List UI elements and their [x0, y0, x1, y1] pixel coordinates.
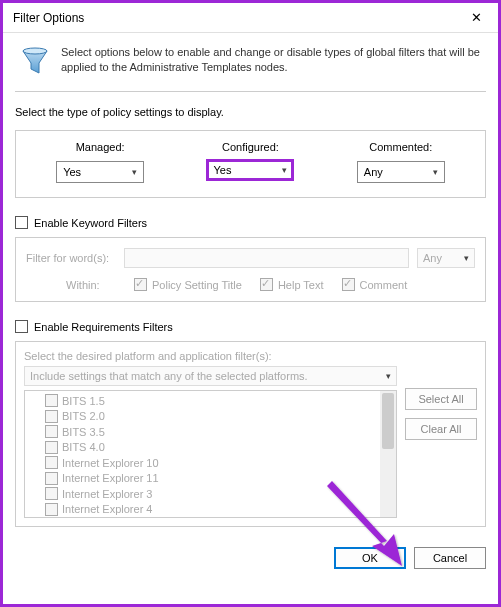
titlebar: Filter Options ✕ [3, 3, 498, 33]
list-item: Internet Explorer 10 [45, 455, 396, 471]
configured-value: Yes [213, 164, 231, 176]
ok-button[interactable]: OK [334, 547, 406, 569]
footer: OK Cancel [3, 535, 498, 581]
header-description: Select options below to enable and chang… [61, 45, 482, 75]
policy-filter-box: Managed: Yes ▾ Configured: Yes ▾ Comment… [15, 130, 486, 198]
within-help-option: Help Text [260, 278, 324, 291]
commented-select[interactable]: Any ▾ [357, 161, 445, 183]
keyword-match-select: Any ▾ [417, 248, 475, 268]
policy-prompt: Select the type of policy settings to di… [15, 106, 486, 118]
list-item-label: BITS 4.0 [62, 441, 105, 453]
requirements-list: BITS 1.5BITS 2.0BITS 3.5BITS 4.0Internet… [24, 390, 397, 518]
funnel-icon [19, 45, 51, 77]
list-item-label: BITS 2.0 [62, 410, 105, 422]
within-help-checkbox [260, 278, 273, 291]
enable-requirements-checkbox[interactable] [15, 320, 28, 333]
chevron-down-icon: ▾ [464, 253, 469, 263]
keyword-box: Filter for word(s): Any ▾ Within: Policy… [15, 237, 486, 302]
within-comment-checkbox [342, 278, 355, 291]
list-item: Internet Explorer 4 [45, 502, 396, 518]
list-item-checkbox [45, 456, 58, 469]
within-title-checkbox [134, 278, 147, 291]
list-item-checkbox [45, 394, 58, 407]
keyword-input [124, 248, 409, 268]
chevron-down-icon: ▾ [433, 167, 438, 177]
list-item: BITS 2.0 [45, 409, 396, 425]
list-item-checkbox [45, 410, 58, 423]
within-help-label: Help Text [278, 279, 324, 291]
configured-select[interactable]: Yes ▾ [206, 159, 294, 181]
header-row: Select options below to enable and chang… [15, 41, 486, 85]
close-icon: ✕ [471, 10, 482, 25]
divider [15, 91, 486, 92]
list-item-label: Internet Explorer 3 [62, 488, 153, 500]
chevron-down-icon: ▾ [132, 167, 137, 177]
enable-requirements-row[interactable]: Enable Requirements Filters [15, 320, 486, 333]
chevron-down-icon: ▾ [282, 165, 287, 175]
list-item-checkbox [45, 472, 58, 485]
enable-keyword-checkbox[interactable] [15, 216, 28, 229]
chevron-down-icon: ▾ [386, 371, 391, 381]
svg-point-0 [23, 48, 47, 54]
managed-select[interactable]: Yes ▾ [56, 161, 144, 183]
list-item-checkbox [45, 425, 58, 438]
requirements-mode-select: Include settings that match any of the s… [24, 366, 397, 386]
list-item-checkbox [45, 503, 58, 516]
window-title: Filter Options [13, 11, 84, 25]
requirements-mode-value: Include settings that match any of the s… [30, 370, 308, 382]
close-button[interactable]: ✕ [456, 4, 496, 32]
enable-requirements-label: Enable Requirements Filters [34, 321, 173, 333]
managed-value: Yes [63, 166, 81, 178]
list-item-label: BITS 1.5 [62, 395, 105, 407]
commented-label: Commented: [369, 141, 432, 153]
list-item-label: BITS 3.5 [62, 426, 105, 438]
list-item-label: Internet Explorer 4 [62, 503, 153, 515]
list-item: Internet Explorer 3 [45, 486, 396, 502]
within-comment-label: Comment [360, 279, 408, 291]
requirements-box: Select the desired platform and applicat… [15, 341, 486, 527]
enable-keyword-row[interactable]: Enable Keyword Filters [15, 216, 486, 229]
within-title-label: Policy Setting Title [152, 279, 242, 291]
list-item: BITS 4.0 [45, 440, 396, 456]
managed-label: Managed: [76, 141, 125, 153]
within-title-option: Policy Setting Title [134, 278, 242, 291]
enable-keyword-label: Enable Keyword Filters [34, 217, 147, 229]
clear-all-button: Clear All [405, 418, 477, 440]
scrollbar-thumb [382, 393, 394, 449]
scrollbar [380, 391, 396, 517]
list-item: BITS 3.5 [45, 424, 396, 440]
within-label: Within: [66, 279, 116, 291]
list-item: Internet Explorer 11 [45, 471, 396, 487]
keyword-match-value: Any [423, 252, 442, 264]
filter-for-label: Filter for word(s): [26, 252, 116, 264]
requirements-desc: Select the desired platform and applicat… [24, 350, 397, 362]
within-comment-option: Comment [342, 278, 408, 291]
cancel-button[interactable]: Cancel [414, 547, 486, 569]
list-item-label: Internet Explorer 11 [62, 472, 159, 484]
list-item-checkbox [45, 487, 58, 500]
list-item-label: Internet Explorer 10 [62, 457, 159, 469]
list-item: BITS 1.5 [45, 393, 396, 409]
configured-label: Configured: [222, 141, 279, 153]
select-all-button: Select All [405, 388, 477, 410]
list-item-checkbox [45, 441, 58, 454]
commented-value: Any [364, 166, 383, 178]
